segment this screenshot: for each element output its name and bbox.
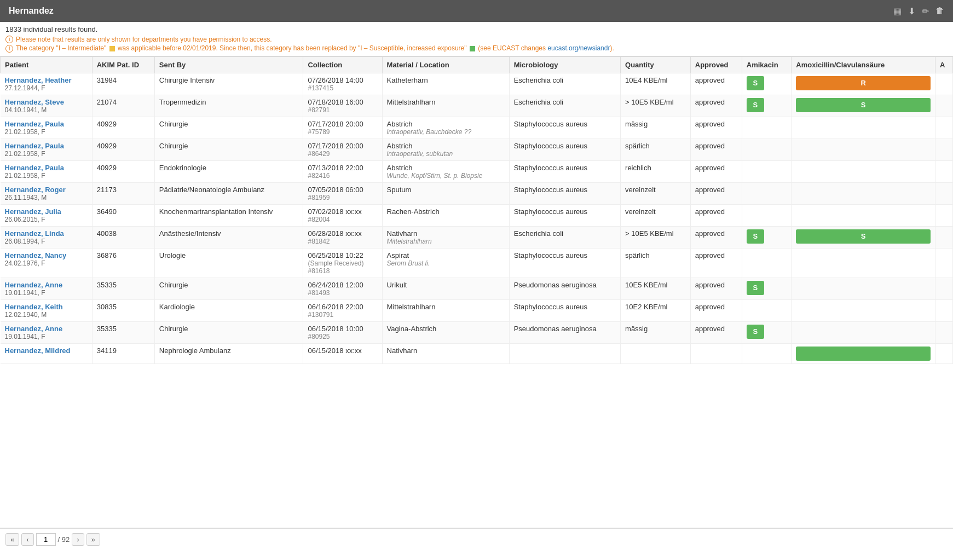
cell-extra-a: [935, 139, 952, 161]
cell-material: Mittelstrahlharn: [382, 300, 509, 322]
edit-icon[interactable]: ✏: [922, 6, 929, 16]
collection-id: #82416: [308, 172, 377, 180]
patient-name[interactable]: Hernandez, Paula: [5, 142, 88, 150]
patient-name[interactable]: Hernandez, Steve: [5, 98, 88, 106]
table-row[interactable]: Hernandez, Mildred34119Nephrologie Ambul…: [1, 344, 953, 364]
cell-material: Rachen-Abstrich: [382, 205, 509, 227]
table-row[interactable]: Hernandez, Paula21.02.1958, F40929Chirur…: [1, 139, 953, 161]
patient-name[interactable]: Hernandez, Keith: [5, 303, 88, 311]
col-collection: Collection: [303, 57, 382, 73]
trash-icon[interactable]: 🗑: [935, 6, 944, 16]
cell-quantity: spärlich: [621, 139, 691, 161]
header-icons: ▦ ⬇ ✏ 🗑: [893, 6, 944, 16]
pagination-last[interactable]: »: [86, 533, 100, 546]
material-name: Vagina-Abstrich: [387, 325, 505, 333]
cell-material: AbstrichWunde, Kopf/Stirn, St. p. Biopsi…: [382, 161, 509, 183]
patient-name[interactable]: Hernandez, Julia: [5, 207, 88, 216]
patient-name[interactable]: Hernandez, Paula: [5, 120, 88, 128]
cell-extra-a: [935, 95, 952, 117]
results-table: Patient AKIM Pat. ID Sent By Collection …: [0, 56, 953, 364]
patient-name[interactable]: Hernandez, Nancy: [5, 251, 88, 259]
material-sub: Serom Brust li.: [387, 259, 505, 267]
table-row[interactable]: Hernandez, Anne19.01.1941, F35335Chirurg…: [1, 278, 953, 300]
permission-warning-text: Please note that results are only shown …: [16, 36, 272, 43]
cell-microbiology: Escherichia coli: [509, 227, 620, 249]
collection-date: 06/28/2018 xx:xx: [308, 229, 377, 238]
cell-amoxicillin: R: [792, 73, 935, 95]
cell-amikacin: [742, 205, 792, 227]
collection-date: 07/17/2018 20:00: [308, 142, 377, 150]
collection-id: #75789: [308, 128, 377, 136]
material-name: Abstrich: [387, 142, 505, 150]
cell-microbiology: Staphylococcus aureus: [509, 183, 620, 205]
pagination-first[interactable]: «: [5, 533, 19, 546]
cell-akim-id: 40038: [92, 227, 154, 249]
patient-name[interactable]: Hernandez, Linda: [5, 229, 88, 238]
cell-collection: 07/05/2018 06:00#81959: [303, 183, 382, 205]
bar-chart-icon[interactable]: ▦: [893, 6, 902, 16]
table-row[interactable]: Hernandez, Julia26.06.2015, F36490Knoche…: [1, 205, 953, 227]
material-name: Katheterharn: [387, 76, 505, 84]
collection-date: 07/02/2018 xx:xx: [308, 207, 377, 216]
patient-dob: 21.02.1958, F: [5, 172, 88, 180]
cell-sent-by: Knochenmartransplantation Intensiv: [154, 205, 303, 227]
cell-quantity: vereinzelt: [621, 183, 691, 205]
cell-quantity: spärlich: [621, 249, 691, 278]
cell-microbiology: Escherichia coli: [509, 95, 620, 117]
patient-dob: 26.08.1994, F: [5, 238, 88, 245]
collection-date: 06/24/2018 12:00: [308, 281, 377, 289]
cell-microbiology: Staphylococcus aureus: [509, 300, 620, 322]
collection-id: #80925: [308, 333, 377, 340]
table-row[interactable]: Hernandez, Paula21.02.1958, F40929Chirur…: [1, 117, 953, 139]
patient-dob: 21.02.1958, F: [5, 150, 88, 158]
table-row[interactable]: Hernandez, Heather27.12.1944, F31984Chir…: [1, 73, 953, 95]
eucast-link[interactable]: eucast.org/newsiandr: [547, 44, 610, 52]
col-microbiology: Microbiology: [509, 57, 620, 73]
patient-dob: 21.02.1958, F: [5, 128, 88, 136]
cell-extra-a: [935, 183, 952, 205]
table-row[interactable]: Hernandez, Keith12.02.1940, M30835Kardio…: [1, 300, 953, 322]
cell-collection: 07/18/2018 16:00#82791: [303, 95, 382, 117]
patient-name[interactable]: Hernandez, Paula: [5, 164, 88, 172]
pagination-total: / 92: [58, 535, 70, 544]
cell-approved: approved: [690, 300, 742, 322]
cell-sent-by: Pädiatrie/Neonatologie Ambulanz: [154, 183, 303, 205]
cell-approved: approved: [690, 95, 742, 117]
cell-amikacin: [742, 344, 792, 364]
cell-material: Abstrichintraoperativ, subkutan: [382, 139, 509, 161]
table-row[interactable]: Hernandez, Nancy24.02.1976, F36876Urolog…: [1, 249, 953, 278]
cell-extra-a: [935, 300, 952, 322]
cell-collection: 06/25/2018 10:22(Sample Received)#81618: [303, 249, 382, 278]
pagination-page-input[interactable]: [36, 533, 56, 546]
table-row[interactable]: Hernandez, Steve04.10.1941, M21074Tropen…: [1, 95, 953, 117]
table-row[interactable]: Hernandez, Linda26.08.1994, F40038Anästh…: [1, 227, 953, 249]
pagination-next[interactable]: ›: [72, 533, 84, 546]
collection-id: #81842: [308, 238, 377, 245]
amoxicillin-badge: R: [796, 76, 931, 90]
cell-amoxicillin: [792, 278, 935, 300]
table-row[interactable]: Hernandez, Roger26.11.1943, M21173Pädiat…: [1, 183, 953, 205]
cell-quantity: mässig: [621, 117, 691, 139]
yellow-indicator: [109, 46, 115, 51]
patient-name[interactable]: Hernandez, Heather: [5, 76, 88, 84]
download-icon[interactable]: ⬇: [908, 6, 915, 16]
table-row[interactable]: Hernandez, Anne19.01.1941, F35335Chirurg…: [1, 322, 953, 344]
pagination-prev[interactable]: ‹: [21, 533, 33, 546]
patient-name[interactable]: Hernandez, Roger: [5, 186, 88, 194]
col-extra: A: [935, 57, 952, 73]
cell-approved: approved: [690, 117, 742, 139]
cell-patient: Hernandez, Nancy24.02.1976, F: [1, 249, 93, 278]
patient-name[interactable]: Hernandez, Anne: [5, 325, 88, 333]
amoxicillin-badge: S: [796, 229, 931, 244]
patient-name[interactable]: Hernandez, Anne: [5, 281, 88, 289]
table-row[interactable]: Hernandez, Paula21.02.1958, F40929Endokr…: [1, 161, 953, 183]
patient-name[interactable]: Hernandez, Mildred: [5, 347, 88, 355]
category-note: i The category "I – Intermediate" was ap…: [5, 44, 948, 53]
collection-note: (Sample Received): [308, 259, 377, 267]
collection-date: 07/17/2018 20:00: [308, 120, 377, 128]
cell-extra-a: [935, 249, 952, 278]
collection-date: 06/15/2018 10:00: [308, 325, 377, 333]
cell-approved: approved: [690, 161, 742, 183]
collection-id: #137415: [308, 84, 377, 92]
table-header-row: Patient AKIM Pat. ID Sent By Collection …: [1, 57, 953, 73]
